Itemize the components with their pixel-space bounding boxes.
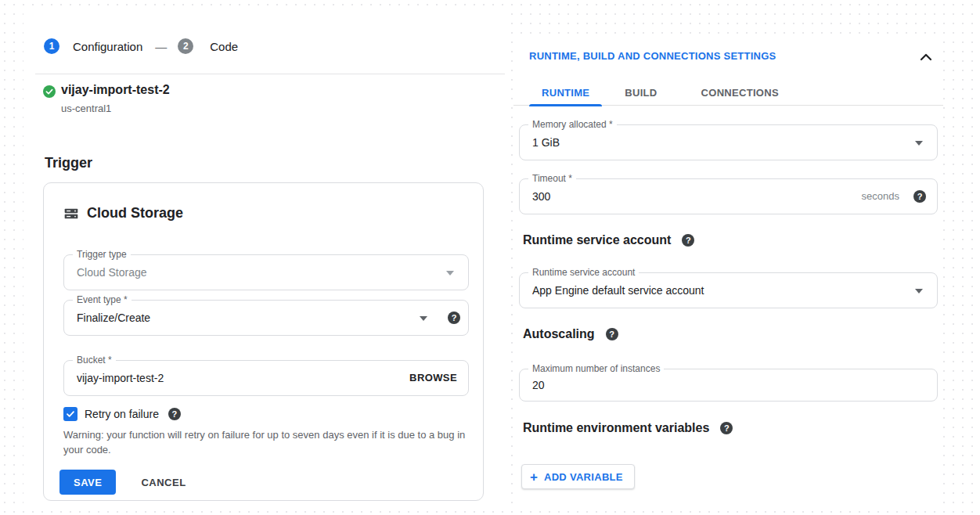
service-account-heading: Runtime service account ? — [523, 233, 694, 247]
timeout-input[interactable]: Timeout * 300 seconds ? — [519, 178, 938, 214]
browse-button[interactable]: BROWSE — [409, 361, 457, 395]
dropdown-arrow-icon — [915, 141, 923, 146]
timeout-suffix: seconds — [862, 179, 899, 214]
trigger-card: Cloud Storage Trigger type Cloud Storage… — [43, 182, 484, 501]
step-separator: — — [155, 40, 167, 53]
env-vars-heading: Runtime environment variables ? — [523, 421, 733, 435]
max-instances-value: 20 — [532, 369, 545, 401]
trigger-card-title: Cloud Storage — [87, 205, 183, 221]
env-vars-heading-text: Runtime environment variables — [523, 421, 709, 435]
memory-allocated-value: 1 GiB — [532, 125, 560, 160]
success-check-icon — [43, 85, 56, 98]
tab-build[interactable]: BUILD — [612, 82, 669, 106]
settings-tabs: RUNTIME BUILD CONNECTIONS — [529, 82, 791, 106]
page: 1 Configuration — 2 Code vijay-import-te… — [0, 0, 980, 515]
settings-expander-header[interactable]: RUNTIME, BUILD AND CONNECTIONS SETTINGS — [529, 50, 776, 62]
service-account-heading-text: Runtime service account — [523, 233, 671, 247]
service-account-value: App Engine default service account — [532, 273, 704, 308]
event-type-select[interactable]: Event type * Finalize/Create ? — [63, 300, 469, 336]
configuration-panel: 1 Configuration — 2 Code vijay-import-te… — [23, 8, 506, 507]
add-variable-label: ADD VARIABLE — [544, 471, 623, 483]
event-type-value: Finalize/Create — [77, 301, 150, 335]
autoscaling-heading: Autoscaling ? — [523, 327, 618, 341]
function-name: vijay-import-test-2 — [61, 83, 170, 97]
step-2-circle[interactable]: 2 — [178, 38, 193, 54]
bucket-value: vijay-import-test-2 — [77, 361, 164, 395]
timeout-help-icon[interactable]: ? — [913, 190, 926, 203]
tab-connections[interactable]: CONNECTIONS — [689, 82, 791, 106]
step-1-circle[interactable]: 1 — [44, 38, 59, 54]
trigger-card-header: Cloud Storage — [63, 205, 183, 221]
function-region: us-central1 — [61, 103, 111, 114]
max-instances-input[interactable]: Maximum number of instances 20 — [519, 369, 938, 402]
cancel-button[interactable]: CANCEL — [136, 476, 190, 489]
runtime-settings-panel: RUNTIME, BUILD AND CONNECTIONS SETTINGS … — [513, 38, 943, 509]
retry-warning-text: Warning: your function will retry on fai… — [63, 427, 477, 457]
autoscaling-help-icon[interactable]: ? — [606, 328, 618, 340]
add-variable-button[interactable]: + ADD VARIABLE — [521, 464, 635, 489]
trigger-actions: SAVE CANCEL — [59, 470, 191, 495]
retry-checkbox[interactable] — [63, 407, 77, 421]
save-button[interactable]: SAVE — [59, 470, 116, 495]
trigger-section-title: Trigger — [45, 155, 92, 171]
cloud-storage-icon — [63, 206, 79, 221]
retry-label: Retry on failure — [85, 408, 159, 420]
timeout-value: 300 — [532, 179, 550, 214]
chevron-up-icon[interactable] — [920, 50, 932, 64]
step-2-label[interactable]: Code — [210, 40, 238, 53]
service-account-help-icon[interactable]: ? — [682, 234, 694, 247]
autoscaling-heading-text: Autoscaling — [523, 327, 595, 341]
dropdown-arrow-icon — [446, 271, 454, 276]
bucket-input[interactable]: Bucket * vijay-import-test-2 BROWSE — [63, 360, 469, 396]
step-1-label[interactable]: Configuration — [73, 40, 142, 53]
dropdown-arrow-icon — [915, 289, 923, 294]
stepper: 1 Configuration — 2 Code — [44, 38, 238, 54]
divider — [35, 74, 505, 74]
retry-help-icon[interactable]: ? — [168, 408, 181, 420]
retry-row: Retry on failure ? — [63, 407, 181, 421]
event-type-help-icon[interactable]: ? — [448, 312, 460, 324]
trigger-type-select[interactable]: Trigger type Cloud Storage — [63, 254, 469, 290]
trigger-type-value: Cloud Storage — [77, 255, 147, 290]
max-instances-label: Maximum number of instances — [528, 363, 664, 374]
env-vars-help-icon[interactable]: ? — [720, 422, 733, 434]
plus-icon: + — [530, 470, 538, 484]
service-account-select[interactable]: Runtime service account App Engine defau… — [519, 272, 938, 308]
memory-allocated-select[interactable]: Memory allocated * 1 GiB — [519, 124, 938, 160]
dropdown-arrow-icon — [420, 316, 427, 321]
tab-runtime[interactable]: RUNTIME — [529, 82, 602, 106]
